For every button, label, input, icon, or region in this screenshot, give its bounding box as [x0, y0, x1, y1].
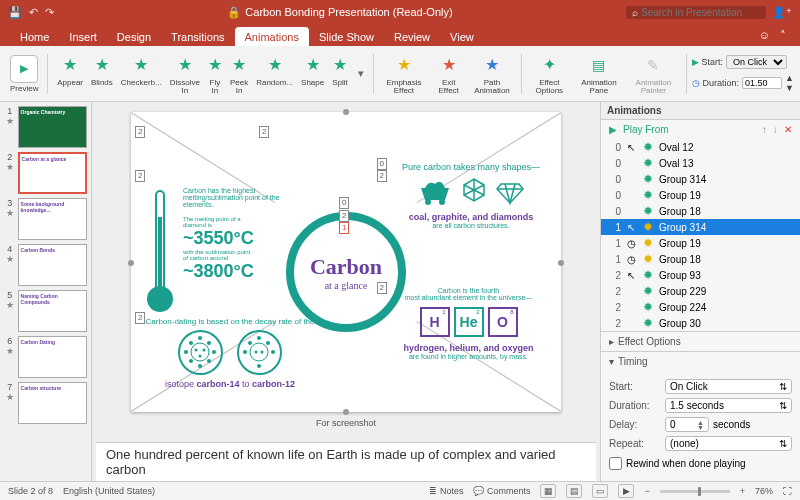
play-from-label[interactable]: Play From [623, 124, 669, 135]
zoom-out-icon[interactable]: − [644, 486, 649, 496]
exit-effect-button[interactable]: ★ Exit Effect [431, 53, 466, 95]
animation-row[interactable]: 2✸Group 224 [601, 299, 800, 315]
element-box: H1 [420, 307, 450, 337]
animation-row[interactable]: 0✸Group 19 [601, 187, 800, 203]
view-normal-button[interactable]: ▦ [540, 484, 556, 498]
save-icon[interactable]: 💾 [8, 6, 22, 19]
user-icon[interactable]: 👤⁺ [772, 6, 792, 19]
status-notes[interactable]: ≣ Notes [429, 486, 463, 496]
animation-row[interactable]: 0✸Oval 13 [601, 155, 800, 171]
zoom-in-icon[interactable]: + [740, 486, 745, 496]
slide[interactable]: Carbon at a glance Carbon has the highes… [131, 112, 561, 412]
path-animation-button[interactable]: ★ Path Animation [468, 53, 516, 95]
entrance-appear[interactable]: ★Appear [53, 53, 87, 95]
animation-row[interactable]: 0✸Group 314 [601, 171, 800, 187]
entrance-blinds[interactable]: ★Blinds [87, 53, 117, 95]
undo-icon[interactable]: ↶ [29, 6, 38, 19]
thumbnail[interactable]: Carbon structure [18, 382, 87, 424]
animation-row[interactable]: 0↖✸Oval 12 [601, 139, 800, 155]
effect-options-button[interactable]: ✦ Effect Options [527, 53, 572, 95]
animation-row[interactable]: 1↖✸Group 314 [601, 219, 800, 235]
move-up-icon[interactable]: ↑ [762, 124, 767, 135]
search-box[interactable]: ⌕ [626, 6, 766, 19]
anim-order-tag[interactable]: 2 [377, 170, 387, 182]
notes-area[interactable]: One hundred percent of known life on Ear… [96, 442, 596, 481]
svg-point-27 [266, 341, 270, 345]
timing-section[interactable]: ▾ Timing [601, 351, 800, 371]
tab-slideshow[interactable]: Slide Show [309, 27, 384, 46]
animation-row[interactable]: 2↖✸Group 93 [601, 267, 800, 283]
slide-canvas-area: Carbon at a glance Carbon has the highes… [92, 102, 600, 481]
anim-order-tag[interactable]: 0 [377, 158, 387, 170]
anim-order-tag[interactable]: 1 [339, 222, 349, 234]
animation-row[interactable]: 2✸Group 229 [601, 283, 800, 299]
svg-point-23 [257, 336, 261, 340]
tab-transitions[interactable]: Transitions [161, 27, 234, 46]
entrance-fly in[interactable]: ★Fly In [204, 53, 226, 95]
element-box: O8 [488, 307, 518, 337]
redo-icon[interactable]: ↷ [45, 6, 54, 19]
delete-icon[interactable]: ✕ [784, 124, 792, 135]
entrance-random...[interactable]: ★Random... [252, 53, 297, 95]
animation-pane-button[interactable]: ▤ Animation Pane [574, 53, 624, 95]
duration-input[interactable] [742, 77, 782, 89]
entrance-dissolve in[interactable]: ★Dissolve In [166, 53, 204, 95]
entrance-shape[interactable]: ★Shape [297, 53, 328, 95]
effect-options-section[interactable]: ▸ Effect Options [601, 331, 800, 351]
timing-delay-input[interactable]: 0▲▼ [665, 417, 709, 432]
svg-rect-1 [158, 217, 162, 291]
smiley-icon[interactable]: ☺ [759, 29, 770, 42]
thumbnail[interactable]: Organic Chemistry [18, 106, 87, 148]
duration-spinner[interactable]: ▲▼ [785, 73, 794, 93]
fit-icon[interactable]: ⛶ [783, 486, 792, 496]
animation-row[interactable]: 1◷✸Group 18 [601, 251, 800, 267]
timing-repeat-select[interactable]: (none)⇅ [665, 436, 792, 451]
emphasis-effect-button[interactable]: ★ Emphasis Effect [379, 53, 430, 95]
anim-order-tag[interactable]: 0 [339, 197, 349, 209]
thumbnail[interactable]: Carbon Bonds [18, 244, 87, 286]
anim-order-tag[interactable]: 2 [135, 170, 145, 182]
tab-design[interactable]: Design [107, 27, 161, 46]
view-slideshow-button[interactable]: ▶ [618, 484, 634, 498]
status-comments[interactable]: 💬 Comments [473, 486, 530, 496]
entrance-split[interactable]: ★Split [328, 53, 352, 95]
preview-button[interactable]: ▶ Preview [6, 55, 42, 93]
zoom-slider[interactable] [660, 490, 730, 493]
status-lang[interactable]: English (United States) [63, 486, 155, 496]
thumbnail[interactable]: Some background knowledge... [18, 198, 87, 240]
collapse-ribbon-icon[interactable]: ˄ [780, 29, 786, 42]
entrance-checkerb...[interactable]: ★Checkerb... [117, 53, 166, 95]
tab-view[interactable]: View [440, 27, 484, 46]
entrance-peek in[interactable]: ★Peek In [226, 53, 252, 95]
animation-row[interactable]: 0✸Group 18 [601, 203, 800, 219]
timing-duration-select[interactable]: 1.5 seconds⇅ [665, 398, 792, 413]
tab-insert[interactable]: Insert [59, 27, 107, 46]
rewind-checkbox[interactable] [609, 457, 622, 470]
thumbnail[interactable]: Carbon Dating [18, 336, 87, 378]
anim-order-tag[interactable]: 2 [135, 312, 145, 324]
anim-order-tag[interactable]: 2 [377, 282, 387, 294]
search-input[interactable] [641, 7, 760, 18]
play-icon[interactable]: ▶ [609, 124, 617, 135]
anim-order-tag[interactable]: 2 [135, 126, 145, 138]
animation-row[interactable]: 2✸Group 30 [601, 315, 800, 331]
start-label: Start: [702, 57, 724, 67]
tab-animations[interactable]: Animations [235, 27, 309, 46]
thumbnail[interactable]: Carbon at a glance [18, 152, 87, 194]
tab-review[interactable]: Review [384, 27, 440, 46]
thumbnail[interactable]: Naming Carbon Compounds [18, 290, 87, 332]
tab-home[interactable]: Home [10, 27, 59, 46]
animation-row[interactable]: 1◷✸Group 19 [601, 235, 800, 251]
start-select[interactable]: On Click [726, 55, 787, 69]
diamond-icon [495, 176, 525, 206]
animation-painter-button[interactable]: ✎ Animation Painter [626, 53, 681, 95]
ribbon: ▶ Preview ★Appear★Blinds★Checkerb...★Dis… [0, 46, 800, 102]
entrance-more-icon[interactable]: ▾ [354, 67, 368, 80]
view-sorter-button[interactable]: ▤ [566, 484, 582, 498]
zoom-value[interactable]: 76% [755, 486, 773, 496]
anim-order-tag[interactable]: 2 [339, 210, 349, 222]
view-reading-button[interactable]: ▭ [592, 484, 608, 498]
timing-start-select[interactable]: On Click⇅ [665, 379, 792, 394]
move-down-icon[interactable]: ↓ [773, 124, 778, 135]
anim-order-tag[interactable]: 2 [259, 126, 269, 138]
